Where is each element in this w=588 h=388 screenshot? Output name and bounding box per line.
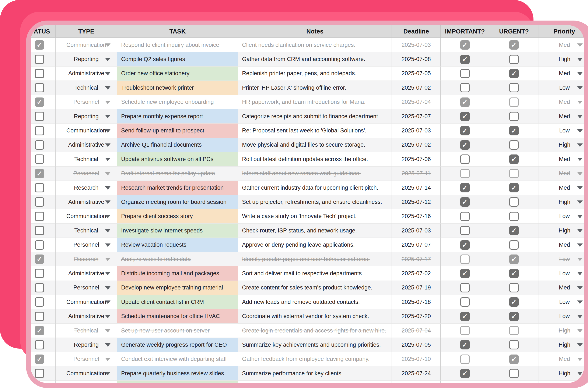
chevron-down-icon[interactable] — [105, 158, 110, 161]
type-dropdown-cell[interactable]: Technical — [55, 152, 117, 166]
important-checkbox[interactable] — [460, 269, 470, 278]
priority-dropdown-cell[interactable]: Low — [539, 295, 584, 309]
chevron-down-icon[interactable] — [105, 215, 110, 218]
status-checkbox[interactable] — [35, 269, 44, 278]
urgent-checkbox[interactable] — [509, 240, 519, 250]
important-checkbox[interactable] — [460, 326, 470, 335]
important-checkbox[interactable] — [460, 283, 470, 292]
task-cell[interactable]: Schedule new employee onboarding — [117, 95, 238, 109]
chevron-down-icon[interactable] — [105, 258, 110, 261]
status-checkbox[interactable] — [35, 126, 44, 135]
chevron-down-icon[interactable] — [105, 229, 110, 232]
task-cell[interactable]: Draft internal memo for policy update — [117, 167, 238, 181]
notes-cell[interactable]: Client needs clarification on service ch… — [238, 38, 392, 52]
task-cell[interactable]: Organize meeting room for board session — [117, 195, 238, 209]
deadline-cell[interactable]: 2025-07-19 — [392, 281, 441, 295]
notes-cell[interactable]: Summarize performance for key clients. — [238, 366, 392, 381]
chevron-down-icon[interactable] — [105, 58, 110, 61]
status-checkbox[interactable] — [35, 55, 44, 64]
chevron-down-icon[interactable] — [105, 101, 110, 104]
urgent-checkbox[interactable] — [509, 112, 519, 121]
status-checkbox[interactable] — [35, 283, 44, 292]
priority-dropdown-cell[interactable]: Low — [539, 266, 584, 281]
deadline-cell[interactable]: 2025-07-17 — [392, 252, 441, 266]
chevron-down-icon[interactable] — [577, 129, 583, 133]
chevron-down-icon[interactable] — [577, 58, 583, 61]
priority-dropdown-cell[interactable]: High — [539, 324, 584, 338]
task-cell[interactable]: Schedule maintenance for office HVAC — [117, 309, 238, 323]
notes-cell[interactable]: Add new leads and remove outdated contac… — [238, 295, 392, 309]
status-checkbox[interactable] — [35, 326, 44, 335]
important-checkbox[interactable] — [460, 169, 470, 178]
chevron-down-icon[interactable] — [577, 258, 583, 261]
chevron-down-icon[interactable] — [577, 329, 583, 333]
task-cell[interactable]: Compile Q2 sales figures — [117, 52, 238, 66]
notes-cell[interactable]: Gather current industry data for upcomin… — [238, 181, 392, 195]
priority-dropdown-cell[interactable]: Med — [539, 67, 584, 81]
type-dropdown-cell[interactable]: Personnel — [55, 167, 117, 181]
priority-dropdown-cell[interactable]: High — [539, 366, 584, 381]
chevron-down-icon[interactable] — [105, 86, 110, 90]
status-checkbox[interactable] — [35, 83, 44, 92]
deadline-cell[interactable]: 2025-07-03 — [392, 223, 441, 238]
important-checkbox[interactable] — [460, 226, 470, 235]
type-dropdown-cell[interactable]: Personnel — [55, 238, 117, 252]
chevron-down-icon[interactable] — [105, 329, 110, 333]
urgent-checkbox[interactable] — [509, 340, 519, 349]
type-dropdown-cell[interactable]: Communication — [55, 38, 117, 52]
important-checkbox[interactable] — [460, 297, 470, 307]
priority-dropdown-cell[interactable]: High — [539, 138, 584, 152]
type-dropdown-cell[interactable]: Technical — [55, 81, 117, 95]
chevron-down-icon[interactable] — [577, 372, 583, 375]
chevron-down-icon[interactable] — [577, 86, 583, 90]
important-checkbox[interactable] — [460, 254, 470, 264]
chevron-down-icon[interactable] — [577, 229, 583, 232]
task-cell[interactable]: Set up new user account on server — [117, 324, 238, 338]
status-checkbox[interactable] — [35, 312, 44, 321]
important-checkbox[interactable] — [460, 140, 470, 150]
deadline-cell[interactable]: 2025-07-02 — [392, 138, 441, 152]
priority-dropdown-cell[interactable]: Med — [539, 238, 584, 252]
urgent-checkbox[interactable] — [509, 283, 519, 292]
urgent-checkbox[interactable] — [509, 312, 519, 321]
status-checkbox[interactable] — [35, 297, 44, 307]
status-checkbox[interactable] — [35, 154, 44, 164]
chevron-down-icon[interactable] — [577, 243, 583, 247]
urgent-checkbox[interactable] — [509, 183, 519, 193]
type-dropdown-cell[interactable]: Reporting — [55, 338, 117, 352]
chevron-down-icon[interactable] — [105, 272, 110, 275]
urgent-checkbox[interactable] — [509, 154, 519, 164]
deadline-cell[interactable]: 2025-07-02 — [392, 266, 441, 281]
important-checkbox[interactable] — [460, 312, 470, 321]
deadline-cell[interactable]: 2025-07-20 — [392, 309, 441, 323]
type-dropdown-cell[interactable]: Reporting — [55, 109, 117, 123]
chevron-down-icon[interactable] — [577, 144, 583, 147]
type-dropdown-cell[interactable]: Research — [55, 181, 117, 195]
chevron-down-icon[interactable] — [105, 300, 110, 304]
type-dropdown-cell[interactable]: Administrative — [55, 266, 117, 281]
status-checkbox[interactable] — [35, 112, 44, 121]
status-checkbox[interactable] — [35, 169, 44, 178]
type-dropdown-cell[interactable]: Communication — [55, 123, 117, 138]
status-checkbox[interactable] — [35, 183, 44, 193]
notes-cell[interactable]: Approve or deny pending leave applicatio… — [238, 238, 392, 252]
urgent-checkbox[interactable] — [509, 69, 519, 78]
chevron-down-icon[interactable] — [577, 158, 583, 161]
task-cell[interactable]: Generate weekly progress report for CEO — [117, 338, 238, 352]
deadline-cell[interactable]: 2025-07-05 — [392, 67, 441, 81]
chevron-down-icon[interactable] — [105, 243, 110, 247]
type-dropdown-cell[interactable]: Reporting — [55, 52, 117, 66]
task-cell[interactable]: Troubleshoot network printer — [117, 81, 238, 95]
important-checkbox[interactable] — [460, 355, 470, 364]
notes-cell[interactable]: Inform staff about new remote work guide… — [238, 167, 392, 181]
priority-dropdown-cell[interactable]: Low — [539, 209, 584, 223]
task-cell[interactable]: Distribute incoming mail and packages — [117, 266, 238, 281]
chevron-down-icon[interactable] — [577, 286, 583, 290]
task-cell[interactable]: Prepare quarterly business review slides — [117, 366, 238, 381]
type-dropdown-cell[interactable]: Technical — [55, 223, 117, 238]
urgent-checkbox[interactable] — [509, 254, 519, 264]
chevron-down-icon[interactable] — [577, 200, 583, 204]
notes-cell[interactable]: Re: Proposal sent last week to 'Global S… — [238, 123, 392, 138]
chevron-down-icon[interactable] — [577, 72, 583, 75]
chevron-down-icon[interactable] — [105, 200, 110, 204]
